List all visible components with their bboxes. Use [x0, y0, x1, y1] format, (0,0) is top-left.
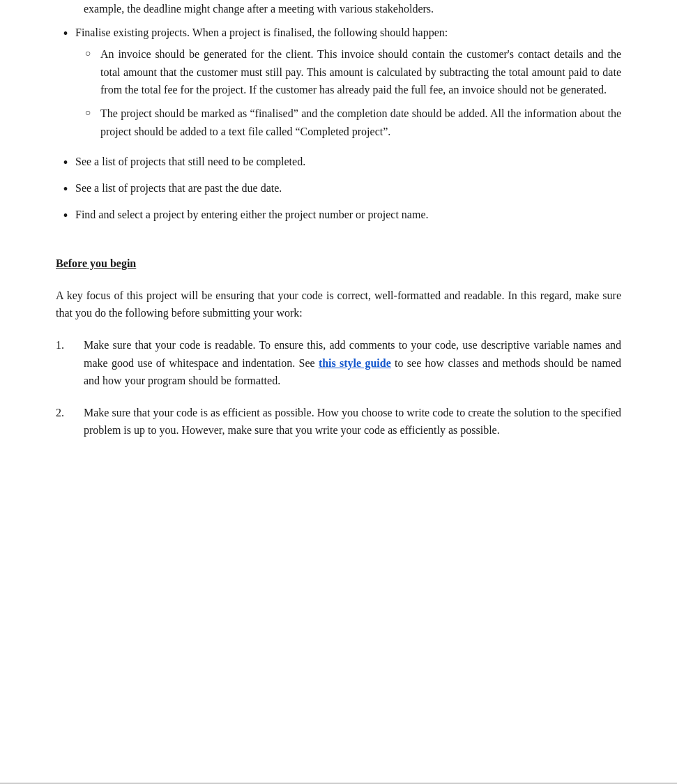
- bullet-content: Finalise existing projects. When a proje…: [75, 24, 621, 146]
- num-content-2: Make sure that your code is as efficient…: [84, 404, 621, 439]
- bullet-dot: •: [56, 24, 75, 43]
- list-item-finalise: • Finalise existing projects. When a pro…: [56, 24, 621, 146]
- numbered-list: 1. Make sure that your code is readable.…: [56, 336, 621, 439]
- num-label-2: 2.: [56, 404, 84, 422]
- bullet-dot-overdue: •: [56, 179, 75, 199]
- list-item-find: • Find and select a project by entering …: [56, 206, 621, 225]
- before-you-begin-section: Before you begin A key focus of this pro…: [56, 255, 621, 439]
- sub-bullet-dot: ○: [75, 45, 100, 61]
- num-label-1: 1.: [56, 336, 84, 354]
- numbered-item-2: 2. Make sure that your code is as effici…: [56, 404, 621, 439]
- style-guide-link[interactable]: this style guide: [319, 357, 391, 369]
- section-gap: [56, 232, 621, 255]
- num-content-1: Make sure that your code is readable. To…: [84, 336, 621, 390]
- sub-bullet-dot-2: ○: [75, 105, 100, 121]
- list-item-overdue: • See a list of projects that are past t…: [56, 179, 621, 199]
- sub-list-item-marked: ○ The project should be marked as “final…: [75, 105, 621, 140]
- section-heading: Before you begin: [56, 255, 621, 273]
- section-intro: A key focus of this project will be ensu…: [56, 287, 621, 322]
- list-item-incomplete: • See a list of projects that still need…: [56, 153, 621, 172]
- sub-bullet-list: ○ An invoice should be generated for the…: [75, 45, 621, 140]
- bullet-dot-incomplete: •: [56, 153, 75, 172]
- sub-bullet-content-invoice: An invoice should be generated for the c…: [100, 45, 621, 99]
- bullet-content-overdue: See a list of projects that are past the…: [75, 179, 621, 197]
- page-container: example, the deadline might change after…: [0, 0, 677, 784]
- bullet-text: Finalise existing projects. When a proje…: [75, 27, 448, 38]
- main-bullet-list: • Finalise existing projects. When a pro…: [56, 24, 621, 226]
- intro-continuation: example, the deadline might change after…: [56, 0, 621, 18]
- bullet-dot-find: •: [56, 206, 75, 225]
- sub-bullet-content-marked: The project should be marked as “finalis…: [100, 105, 621, 140]
- bullet-content-find: Find and select a project by entering ei…: [75, 206, 621, 224]
- sub-list-item-invoice: ○ An invoice should be generated for the…: [75, 45, 621, 99]
- bullet-content-incomplete: See a list of projects that still need t…: [75, 153, 621, 171]
- numbered-item-1: 1. Make sure that your code is readable.…: [56, 336, 621, 390]
